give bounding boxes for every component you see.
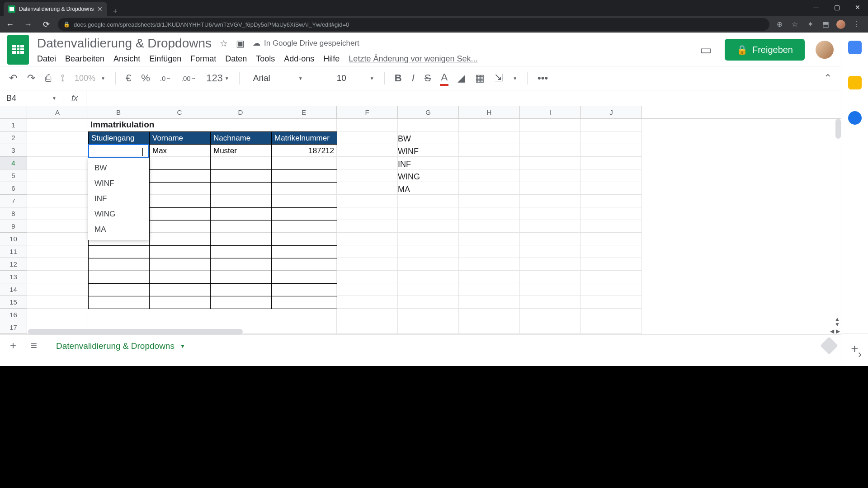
- bgcell[interactable]: [459, 144, 520, 157]
- bgcell[interactable]: [27, 182, 88, 195]
- cell-G5[interactable]: INF: [398, 158, 420, 170]
- increase-decimal[interactable]: .00→: [181, 75, 196, 82]
- sheets-logo-icon[interactable]: [7, 35, 29, 65]
- nav-reload-icon[interactable]: ⟳: [40, 19, 52, 29]
- bgcell[interactable]: [27, 144, 88, 157]
- redo-icon[interactable]: ↷: [27, 72, 35, 84]
- bgcell[interactable]: [581, 131, 642, 144]
- undo-icon[interactable]: ↶: [9, 72, 17, 84]
- bgcell[interactable]: [581, 258, 642, 271]
- paused-icon[interactable]: ⬒: [821, 20, 830, 29]
- bgcell[interactable]: [459, 207, 520, 220]
- bgcell[interactable]: [520, 207, 581, 220]
- bgcell[interactable]: [520, 283, 581, 296]
- cell-D11[interactable]: [211, 233, 272, 246]
- tab-close-icon[interactable]: ✕: [97, 5, 103, 13]
- bgcell[interactable]: [337, 131, 398, 144]
- cell-C6[interactable]: [150, 170, 211, 183]
- cell-C15[interactable]: [150, 284, 211, 296]
- cell-E4[interactable]: 187212: [272, 145, 337, 157]
- sheet-tab-arrow-icon[interactable]: ▼: [180, 343, 185, 349]
- cell-E8[interactable]: [272, 195, 337, 208]
- col-header-B[interactable]: B: [88, 106, 149, 118]
- cell-D4[interactable]: Muster: [211, 145, 272, 157]
- col-header-E[interactable]: E: [271, 106, 337, 118]
- bgcell[interactable]: [149, 119, 210, 131]
- bgcell[interactable]: [398, 321, 459, 334]
- cell-C10[interactable]: [150, 221, 211, 233]
- th-vorname[interactable]: Vorname: [150, 132, 211, 145]
- bgcell[interactable]: [581, 182, 642, 195]
- bgcell[interactable]: [581, 321, 642, 334]
- cell-C14[interactable]: [150, 271, 211, 284]
- bgcell[interactable]: [459, 271, 520, 283]
- row-header-14[interactable]: 14: [0, 283, 27, 296]
- cell-E12[interactable]: [272, 246, 337, 258]
- new-tab-button[interactable]: +: [107, 7, 123, 16]
- bgcell[interactable]: [27, 169, 88, 182]
- bgcell[interactable]: [337, 207, 398, 220]
- addons-sidepanel-icon[interactable]: +: [851, 342, 858, 356]
- browser-menu-icon[interactable]: ⋮: [852, 20, 861, 29]
- bgcell[interactable]: [581, 296, 642, 309]
- bgcell[interactable]: [398, 271, 459, 283]
- cell-C9[interactable]: [150, 208, 211, 221]
- bgcell[interactable]: [337, 220, 398, 233]
- bgcell[interactable]: [27, 131, 88, 144]
- cell-C16[interactable]: [150, 296, 211, 309]
- bgcell[interactable]: [337, 296, 398, 309]
- bgcell[interactable]: [398, 258, 459, 271]
- zoom-dropdown[interactable]: 100%▼: [75, 74, 105, 83]
- bgcell[interactable]: [398, 233, 459, 245]
- row-header-6[interactable]: 6: [0, 182, 27, 195]
- window-minimize[interactable]: ―: [806, 0, 826, 14]
- tasks-sidepanel-icon[interactable]: [848, 111, 862, 125]
- bgcell[interactable]: [459, 182, 520, 195]
- col-header-I[interactable]: I: [520, 106, 581, 118]
- bgcell[interactable]: [581, 195, 642, 207]
- num-format-dropdown[interactable]: 123▼: [206, 72, 229, 84]
- calendar-sidepanel-icon[interactable]: [848, 41, 862, 54]
- bgcell[interactable]: [581, 271, 642, 283]
- cell-G3[interactable]: BW: [398, 132, 420, 145]
- row-header-3[interactable]: 3: [0, 144, 27, 157]
- bgcell[interactable]: [398, 195, 459, 207]
- extensions-icon[interactable]: ✦: [806, 20, 815, 29]
- bgcell[interactable]: [337, 233, 398, 245]
- dd-item-ma[interactable]: MA: [88, 222, 149, 237]
- bgcell[interactable]: [27, 233, 88, 245]
- bgcell[interactable]: [520, 119, 581, 131]
- bgcell[interactable]: [271, 321, 337, 334]
- cell-E14[interactable]: [272, 271, 337, 284]
- name-box[interactable]: B4 ▼: [0, 90, 63, 106]
- bgcell[interactable]: [27, 309, 88, 321]
- doc-title[interactable]: Datenvalidierung & Dropdowns: [37, 36, 212, 51]
- bgcell[interactable]: [337, 271, 398, 283]
- dd-item-winf[interactable]: WINF: [88, 176, 149, 191]
- cell-D9[interactable]: [211, 208, 272, 221]
- cell-D5[interactable]: [211, 157, 272, 170]
- address-bar[interactable]: 🔒 docs.google.com/spreadsheets/d/1JKUDAN…: [58, 18, 769, 31]
- row-header-1[interactable]: 1: [0, 119, 27, 131]
- bgcell[interactable]: [337, 182, 398, 195]
- side-panel-toggle-icon[interactable]: ›: [858, 348, 862, 361]
- dd-item-bw[interactable]: BW: [88, 160, 149, 176]
- bgcell[interactable]: [210, 309, 271, 321]
- bgcell[interactable]: [337, 283, 398, 296]
- cell-B14[interactable]: [89, 271, 150, 284]
- row-header-5[interactable]: 5: [0, 169, 27, 182]
- bgcell[interactable]: [520, 131, 581, 144]
- th-studiengang[interactable]: Studiengang: [89, 132, 150, 145]
- bgcell[interactable]: [398, 207, 459, 220]
- cell-E11[interactable]: [272, 233, 337, 246]
- comments-icon[interactable]: ▭: [698, 42, 714, 58]
- cell-B13[interactable]: [89, 258, 150, 271]
- dd-item-inf[interactable]: INF: [88, 191, 149, 206]
- bgcell[interactable]: [27, 207, 88, 220]
- row-header-12[interactable]: 12: [0, 258, 27, 271]
- menu-einfuegen[interactable]: Einfügen: [149, 54, 181, 64]
- row-header-10[interactable]: 10: [0, 233, 27, 245]
- last-change-link[interactable]: Letzte Änderung vor wenigen Sek...: [349, 54, 477, 64]
- bgcell[interactable]: [459, 157, 520, 169]
- bgcell[interactable]: [398, 245, 459, 258]
